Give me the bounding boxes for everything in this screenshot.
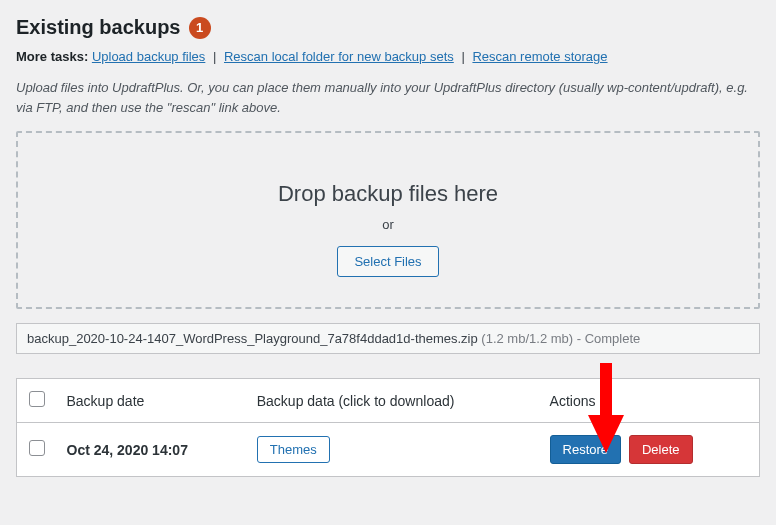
separator: | xyxy=(213,49,216,64)
upload-backup-link[interactable]: Upload backup files xyxy=(92,49,205,64)
col-actions: Actions xyxy=(540,379,760,423)
upload-status: backup_2020-10-24-1407_WordPress_Playgro… xyxy=(16,323,760,354)
select-files-button[interactable]: Select Files xyxy=(337,246,438,277)
more-tasks: More tasks: Upload backup files | Rescan… xyxy=(16,49,760,64)
helper-text: Upload files into UpdraftPlus. Or, you c… xyxy=(16,78,760,117)
more-tasks-label: More tasks: xyxy=(16,49,88,64)
backups-table: Backup date Backup data (click to downlo… xyxy=(16,378,760,477)
col-backup-date: Backup date xyxy=(57,379,247,423)
table-row: Oct 24, 2020 14:07 Themes Restore Delete xyxy=(17,423,760,477)
page-title: Existing backups xyxy=(16,16,181,39)
download-themes-button[interactable]: Themes xyxy=(257,436,330,463)
status-meta: (1.2 mb/1.2 mb) - Complete xyxy=(478,331,641,346)
upload-dropzone[interactable]: Drop backup files here or Select Files xyxy=(16,131,760,309)
select-all-checkbox[interactable] xyxy=(29,391,45,407)
backup-date: Oct 24, 2020 14:07 xyxy=(57,423,247,477)
status-filename: backup_2020-10-24-1407_WordPress_Playgro… xyxy=(27,331,478,346)
restore-button[interactable]: Restore xyxy=(550,435,622,464)
rescan-remote-link[interactable]: Rescan remote storage xyxy=(472,49,607,64)
backup-count-badge: 1 xyxy=(189,17,211,39)
heading: Existing backups 1 xyxy=(16,16,760,39)
separator: | xyxy=(461,49,464,64)
delete-button[interactable]: Delete xyxy=(629,435,693,464)
row-checkbox[interactable] xyxy=(29,440,45,456)
table-header-row: Backup date Backup data (click to downlo… xyxy=(17,379,760,423)
dropzone-or: or xyxy=(38,217,738,232)
dropzone-title: Drop backup files here xyxy=(38,181,738,207)
rescan-local-link[interactable]: Rescan local folder for new backup sets xyxy=(224,49,454,64)
col-backup-data: Backup data (click to download) xyxy=(247,379,540,423)
